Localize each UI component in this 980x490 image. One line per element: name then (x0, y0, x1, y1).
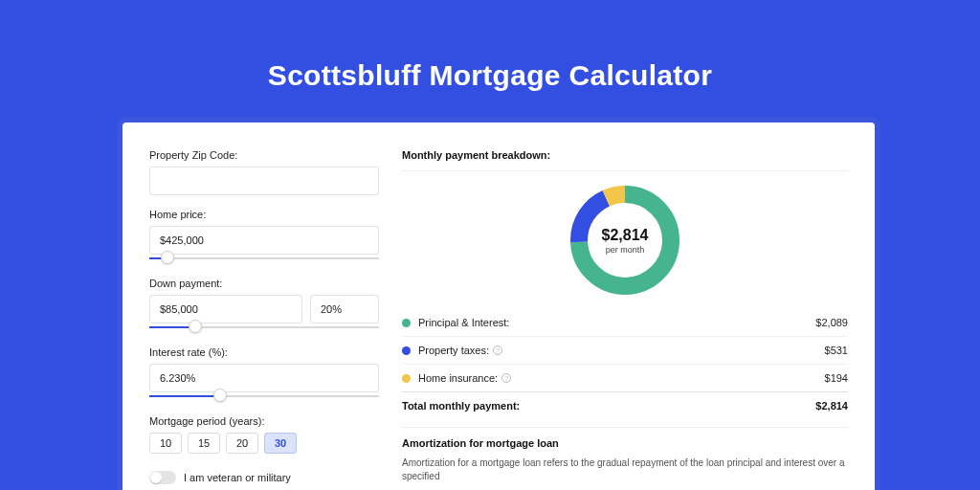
total-value: $2,814 (815, 400, 848, 412)
interest-rate-input[interactable] (149, 364, 379, 392)
legend-row: Property taxes:?$531 (402, 337, 848, 365)
info-icon[interactable]: ? (493, 345, 502, 355)
period-button-20[interactable]: 20 (226, 433, 258, 454)
info-icon[interactable]: ? (501, 373, 511, 383)
donut-subtext: per month (606, 245, 645, 255)
period-button-10[interactable]: 10 (149, 433, 182, 454)
down-payment-label: Down payment: (149, 278, 379, 289)
legend-value: $194 (825, 372, 848, 384)
amortization-body: Amortization for a mortgage loan refers … (402, 457, 848, 483)
home-price-input[interactable] (149, 226, 379, 255)
legend-label: Principal & Interest: (418, 317, 815, 328)
interest-rate-slider[interactable] (149, 392, 379, 402)
interest-rate-label: Interest rate (%): (149, 346, 379, 358)
legend-value: $531 (825, 345, 848, 356)
form-column: Property Zip Code: Home price: Down paym… (149, 149, 379, 490)
legend-dot (402, 346, 411, 355)
mortgage-period-group: 10152030 (149, 433, 379, 454)
zip-input[interactable] (149, 167, 379, 195)
legend-dot (402, 374, 411, 383)
down-payment-input[interactable] (149, 295, 302, 323)
down-payment-slider[interactable] (149, 323, 379, 333)
veteran-toggle[interactable] (149, 471, 176, 484)
legend-label: Home insurance:? (418, 372, 825, 384)
mortgage-period-label: Mortgage period (years): (149, 415, 379, 427)
period-button-30[interactable]: 30 (264, 433, 297, 454)
zip-label: Property Zip Code: (149, 149, 379, 161)
total-label: Total monthly payment: (402, 400, 815, 412)
breakdown-title: Monthly payment breakdown: (402, 149, 848, 171)
legend-label: Property taxes:? (418, 345, 825, 356)
veteran-label: I am veteran or military (184, 472, 291, 483)
period-button-15[interactable]: 15 (188, 433, 220, 454)
legend-row: Principal & Interest:$2,089 (402, 309, 848, 337)
legend-dot (402, 319, 411, 327)
amortization-title: Amortization for mortgage loan (402, 427, 848, 457)
breakdown-column: Monthly payment breakdown: $2,814 per mo… (402, 149, 848, 490)
home-price-slider[interactable] (149, 255, 379, 264)
legend-row: Home insurance:?$194 (402, 365, 848, 392)
calculator-card: Property Zip Code: Home price: Down paym… (122, 122, 875, 490)
donut-amount: $2,814 (602, 227, 649, 244)
down-payment-pct-input[interactable] (310, 295, 379, 323)
legend-value: $2,089 (815, 317, 848, 328)
home-price-label: Home price: (149, 209, 379, 220)
page-title: Scottsbluff Mortgage Calculator (0, 0, 980, 92)
payment-donut-chart: $2,814 per month (568, 183, 682, 298)
